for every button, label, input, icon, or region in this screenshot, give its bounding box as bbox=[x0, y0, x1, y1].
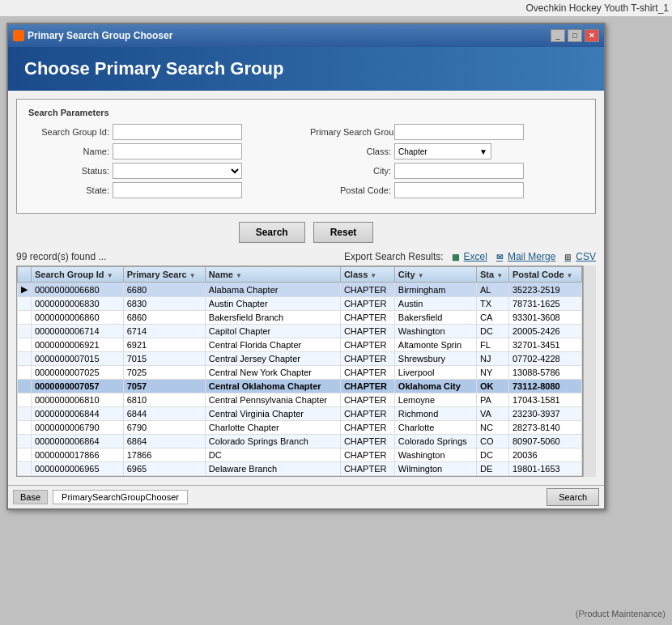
table-row[interactable]: 00000000068106810Central Pennsylvania Ch… bbox=[18, 393, 582, 407]
name-label: Name: bbox=[28, 147, 109, 156]
cell-name: Central Florida Chapter bbox=[205, 338, 340, 352]
close-button[interactable]: ✕ bbox=[585, 29, 599, 42]
cell-class: CHAPTER bbox=[340, 297, 394, 311]
cell-id: 0000000007015 bbox=[32, 352, 124, 366]
cell-primary: 6844 bbox=[123, 407, 205, 421]
cell-primary: 6921 bbox=[123, 338, 205, 352]
city-row: City: bbox=[310, 163, 584, 179]
cell-id: 0000000007025 bbox=[32, 366, 124, 380]
export-label: Export Search Results: bbox=[344, 251, 444, 262]
main-window: Primary Search Group Chooser _ □ ✕ Choos… bbox=[6, 23, 606, 510]
cell-primary: 6810 bbox=[123, 393, 205, 407]
row-arrow bbox=[18, 338, 32, 352]
cell-postal: 80907-5060 bbox=[508, 435, 581, 449]
minimize-button[interactable]: _ bbox=[551, 29, 565, 42]
table-row[interactable]: 00000000068306830Austin ChapterCHAPTERAu… bbox=[18, 297, 582, 311]
table-row[interactable]: ▶00000000066806680Alabama ChapterCHAPTER… bbox=[18, 283, 582, 297]
cell-state: NJ bbox=[477, 352, 509, 366]
export-row: Export Search Results: ▦ Excel ✉ Mail Me… bbox=[344, 251, 596, 262]
table-row[interactable]: 00000000069656965Delaware BranchCHAPTERW… bbox=[18, 462, 582, 476]
cell-state: VA bbox=[477, 407, 509, 421]
status-bar: Base PrimarySearchGroupChooser Search bbox=[8, 485, 604, 508]
table-row[interactable]: 00000000068646864Colorado Springs Branch… bbox=[18, 435, 582, 449]
status-search-button[interactable]: Search bbox=[547, 488, 599, 506]
cell-primary: 7057 bbox=[123, 380, 205, 393]
row-arrow: ▶ bbox=[18, 283, 32, 297]
name-input[interactable] bbox=[113, 143, 242, 159]
city-input[interactable] bbox=[394, 163, 524, 179]
search-button[interactable]: Search bbox=[239, 222, 305, 243]
cell-id: 0000000006860 bbox=[32, 311, 124, 325]
table-wrapper: Search Group Id ▼ Primary Searc ▼ Name ▼… bbox=[16, 266, 596, 477]
cell-postal: 78731-1625 bbox=[508, 297, 581, 311]
cell-class: CHAPTER bbox=[340, 435, 394, 449]
table-row[interactable]: 00000000070257025Central New York Chapte… bbox=[18, 366, 582, 380]
cell-class: CHAPTER bbox=[340, 366, 394, 380]
table-row[interactable]: 00000000068606860Bakersfield BranchCHAPT… bbox=[18, 311, 582, 325]
results-info-row: 99 record(s) found ... Export Search Res… bbox=[16, 251, 596, 262]
table-row[interactable]: 00000000067146714Capitol ChapterCHAPTERW… bbox=[18, 325, 582, 338]
cell-class: CHAPTER bbox=[340, 380, 394, 393]
col-search-group-id[interactable]: Search Group Id ▼ bbox=[32, 267, 124, 283]
cell-city: Charlotte bbox=[394, 421, 476, 435]
class-dropdown[interactable]: Chapter ▼ bbox=[394, 143, 491, 159]
cell-id: 0000000006830 bbox=[32, 297, 124, 311]
search-group-id-label: Search Group Id: bbox=[28, 127, 109, 137]
state-label: State: bbox=[28, 185, 109, 195]
table-row[interactable]: 00000000067906790Charlotte ChapterCHAPTE… bbox=[18, 421, 582, 435]
table-row[interactable]: 000000001786617866DCCHAPTERWashingtonDC2… bbox=[18, 449, 582, 462]
row-arrow bbox=[18, 366, 32, 380]
class-value: Chapter bbox=[398, 147, 427, 156]
csv-export-button[interactable]: ⊞ CSV bbox=[562, 251, 596, 262]
tab-base[interactable]: Base bbox=[13, 490, 48, 504]
class-label: Class: bbox=[310, 147, 391, 156]
cell-primary: 17866 bbox=[123, 449, 205, 462]
cell-class: CHAPTER bbox=[340, 352, 394, 366]
sort-icon-class: ▼ bbox=[370, 272, 376, 279]
primary-search-group-input[interactable] bbox=[394, 124, 524, 140]
col-name[interactable]: Name ▼ bbox=[205, 267, 340, 283]
col-class[interactable]: Class ▼ bbox=[340, 267, 394, 283]
table-row[interactable]: 00000000070157015Central Jersey ChapterC… bbox=[18, 352, 582, 366]
cell-id: 0000000006714 bbox=[32, 325, 124, 338]
cell-name: Alabama Chapter bbox=[205, 283, 340, 297]
state-input[interactable] bbox=[113, 182, 242, 198]
tab-active[interactable]: PrimarySearchGroupChooser bbox=[53, 490, 188, 504]
col-city[interactable]: City ▼ bbox=[394, 267, 476, 283]
cell-city: Richmond bbox=[394, 407, 476, 421]
col-primary-search[interactable]: Primary Searc ▼ bbox=[123, 267, 205, 283]
status-select[interactable] bbox=[113, 163, 242, 179]
scrollbar[interactable] bbox=[583, 266, 596, 477]
table-row[interactable]: 00000000068446844Central Virginia Chapte… bbox=[18, 407, 582, 421]
search-group-id-input[interactable] bbox=[113, 124, 242, 140]
mail-merge-export-button[interactable]: ✉ Mail Merge bbox=[494, 251, 555, 262]
reset-button[interactable]: Reset bbox=[313, 222, 374, 243]
mail-merge-label: Mail Merge bbox=[508, 251, 555, 262]
table-row[interactable]: 00000000070577057Central Oklahoma Chapte… bbox=[18, 380, 582, 393]
postal-code-input[interactable] bbox=[394, 182, 524, 198]
cell-name: Central Pennsylvania Chapter bbox=[205, 393, 340, 407]
col-postal[interactable]: Postal Code ▼ bbox=[508, 267, 581, 283]
table-row[interactable]: 00000000069216921Central Florida Chapter… bbox=[18, 338, 582, 352]
cell-postal: 93301-3608 bbox=[508, 311, 581, 325]
window-title: Primary Search Group Chooser bbox=[13, 30, 172, 41]
cell-class: CHAPTER bbox=[340, 283, 394, 297]
csv-icon: ⊞ bbox=[562, 251, 573, 262]
content-area: Search Parameters Search Group Id: Name:… bbox=[8, 91, 604, 485]
sort-icon-postal: ▼ bbox=[567, 272, 573, 279]
excel-export-button[interactable]: ▦ Excel bbox=[450, 251, 487, 262]
table-body: ▶00000000066806680Alabama ChapterCHAPTER… bbox=[18, 283, 582, 476]
postal-code-row: Postal Code: bbox=[310, 182, 584, 198]
cell-id: 0000000006965 bbox=[32, 462, 124, 476]
col-state[interactable]: Sta ▼ bbox=[477, 267, 509, 283]
cell-primary: 7015 bbox=[123, 352, 205, 366]
cell-postal: 23230-3937 bbox=[508, 407, 581, 421]
cell-class: CHAPTER bbox=[340, 325, 394, 338]
bottom-bar: (Product Maintenance) bbox=[576, 609, 666, 619]
cell-city: Altamonte Sprin bbox=[394, 338, 476, 352]
cell-class: CHAPTER bbox=[340, 449, 394, 462]
cell-primary: 6965 bbox=[123, 462, 205, 476]
header-banner: Choose Primary Search Group bbox=[8, 47, 604, 91]
maximize-button[interactable]: □ bbox=[568, 29, 582, 42]
cell-state: AL bbox=[477, 283, 509, 297]
